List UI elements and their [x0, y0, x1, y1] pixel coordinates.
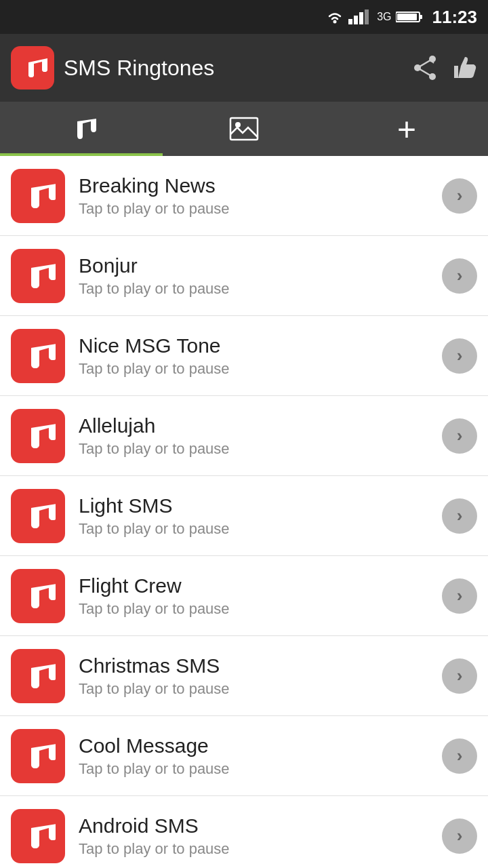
svg-point-32 [31, 760, 39, 768]
ringtone-title-3: Allelujah [79, 414, 435, 437]
svg-rect-4 [365, 9, 369, 24]
list-item[interactable]: Android SMS Tap to play or to pause › [0, 796, 488, 868]
chevron-arrow-5: › [457, 585, 463, 606]
tab-add[interactable]: + [325, 102, 488, 156]
ringtone-chevron-2[interactable]: › [442, 338, 477, 374]
svg-point-18 [31, 200, 39, 208]
ringtone-subtitle-3: Tap to play or to pause [79, 440, 435, 458]
list-item[interactable]: Allelujah Tap to play or to pause › [0, 396, 488, 476]
share-icon[interactable] [412, 55, 438, 81]
ringtone-list: Breaking News Tap to play or to pause › … [0, 156, 488, 868]
app-bar-actions [412, 55, 477, 81]
status-bar: 3G 11:23 [0, 0, 488, 34]
svg-point-34 [31, 840, 39, 848]
ringtone-text-6: Christmas SMS Tap to play or to pause [79, 654, 435, 698]
chevron-arrow-2: › [457, 345, 463, 366]
svg-point-8 [28, 72, 34, 77]
ringtone-icon-4 [11, 489, 65, 543]
ringtone-subtitle-2: Tap to play or to pause [79, 360, 435, 378]
list-item[interactable]: Christmas SMS Tap to play or to pause › [0, 636, 488, 716]
ringtone-title-0: Breaking News [79, 174, 435, 197]
ringtone-icon-6 [11, 649, 65, 703]
ringtone-text-3: Allelujah Tap to play or to pause [79, 414, 435, 458]
ringtone-text-5: Flight Crew Tap to play or to pause [79, 574, 435, 618]
ringtone-text-8: Android SMS Tap to play or to pause [79, 814, 435, 858]
svg-point-28 [31, 600, 39, 608]
image-tab-icon [229, 117, 259, 141]
battery-icon [396, 10, 423, 24]
status-icons: 3G 11:23 [325, 7, 477, 28]
app-icon [11, 46, 54, 90]
tab-bar: + [0, 102, 488, 156]
list-item[interactable]: Cool Message Tap to play or to pause › [0, 716, 488, 796]
list-item[interactable]: Flight Crew Tap to play or to pause › [0, 556, 488, 636]
ringtone-chevron-1[interactable]: › [442, 258, 477, 294]
ringtone-icon-5 [11, 569, 65, 623]
list-item[interactable]: Nice MSG Tone Tap to play or to pause › [0, 316, 488, 396]
ringtone-chevron-6[interactable]: › [442, 658, 477, 694]
ringtone-subtitle-4: Tap to play or to pause [79, 520, 435, 538]
app-title: SMS Ringtones [64, 56, 214, 81]
ringtone-icon-8 [11, 809, 65, 863]
ringtone-title-4: Light SMS [79, 494, 435, 517]
list-item[interactable]: Bonjur Tap to play or to pause › [0, 236, 488, 316]
chevron-arrow-1: › [457, 265, 463, 286]
ringtone-text-1: Bonjur Tap to play or to pause [79, 254, 435, 298]
ringtone-chevron-7[interactable]: › [442, 738, 477, 774]
ringtone-icon-0 [11, 169, 65, 223]
ringtone-text-4: Light SMS Tap to play or to pause [79, 494, 435, 538]
list-item[interactable]: Light SMS Tap to play or to pause › [0, 476, 488, 556]
add-tab-icon: + [397, 111, 416, 148]
ringtone-title-6: Christmas SMS [79, 654, 435, 677]
chevron-arrow-6: › [457, 665, 463, 686]
ringtone-title-8: Android SMS [79, 814, 435, 837]
svg-point-26 [31, 520, 39, 528]
thumbs-up-icon[interactable] [451, 55, 477, 81]
svg-rect-16 [230, 118, 258, 140]
svg-rect-1 [348, 19, 352, 24]
list-item[interactable]: Breaking News Tap to play or to pause › [0, 156, 488, 236]
signal-type-label: 3G [377, 11, 391, 23]
ringtone-icon-1 [11, 249, 65, 303]
ringtone-chevron-8[interactable]: › [442, 818, 477, 854]
svg-rect-2 [354, 16, 358, 24]
ringtone-icon-2 [11, 329, 65, 383]
svg-point-0 [333, 20, 337, 24]
chevron-arrow-3: › [457, 425, 463, 446]
ringtone-subtitle-8: Tap to play or to pause [79, 840, 435, 858]
status-time: 11:23 [432, 7, 478, 28]
music-tab-icon [66, 114, 96, 144]
signal-icon [348, 9, 373, 24]
svg-point-30 [31, 680, 39, 688]
svg-point-20 [31, 280, 39, 288]
ringtone-title-1: Bonjur [79, 254, 435, 277]
svg-rect-6 [420, 15, 422, 19]
ringtone-chevron-5[interactable]: › [442, 578, 477, 614]
ringtone-subtitle-6: Tap to play or to pause [79, 680, 435, 698]
ringtone-subtitle-5: Tap to play or to pause [79, 600, 435, 618]
ringtone-chevron-0[interactable]: › [442, 178, 477, 214]
chevron-arrow-7: › [457, 745, 463, 766]
tab-image[interactable] [163, 102, 325, 156]
svg-point-22 [31, 360, 39, 368]
tab-music[interactable] [0, 102, 163, 156]
svg-point-9 [42, 66, 47, 72]
ringtone-text-2: Nice MSG Tone Tap to play or to pause [79, 334, 435, 378]
ringtone-text-7: Cool Message Tap to play or to pause [79, 734, 435, 778]
svg-rect-3 [359, 12, 363, 24]
chevron-arrow-0: › [457, 185, 463, 206]
app-bar: SMS Ringtones [0, 34, 488, 102]
svg-point-24 [31, 440, 39, 448]
ringtone-chevron-4[interactable]: › [442, 498, 477, 534]
ringtone-title-2: Nice MSG Tone [79, 334, 435, 357]
ringtone-icon-7 [11, 729, 65, 783]
ringtone-title-5: Flight Crew [79, 574, 435, 597]
ringtone-subtitle-7: Tap to play or to pause [79, 760, 435, 778]
svg-point-17 [235, 122, 241, 127]
chevron-arrow-8: › [457, 825, 463, 846]
ringtone-chevron-3[interactable]: › [442, 418, 477, 454]
wifi-icon [325, 9, 344, 24]
svg-line-14 [418, 68, 432, 77]
ringtone-subtitle-0: Tap to play or to pause [79, 200, 435, 218]
svg-rect-7 [397, 14, 417, 20]
